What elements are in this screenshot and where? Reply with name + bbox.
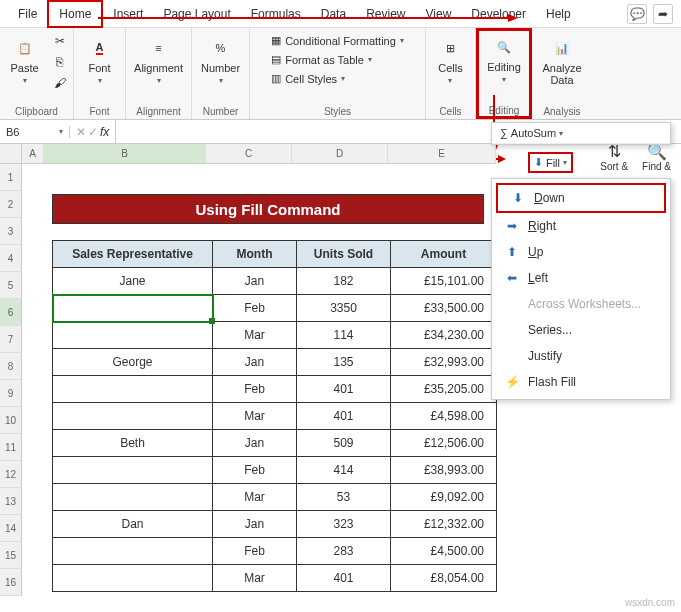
cell[interactable]: Jan: [213, 349, 297, 376]
col-header-C[interactable]: C: [206, 144, 292, 164]
fill-justify-item[interactable]: Justify: [492, 343, 670, 369]
cell[interactable]: £33,500.00: [391, 295, 497, 322]
row-header-1[interactable]: 1: [0, 164, 21, 191]
cell[interactable]: Mar: [213, 484, 297, 511]
cell[interactable]: £34,230.00: [391, 322, 497, 349]
cell[interactable]: 401: [297, 565, 391, 592]
cell[interactable]: £38,993.00: [391, 457, 497, 484]
cell[interactable]: George: [53, 349, 213, 376]
cell[interactable]: 3350: [297, 295, 391, 322]
table-header[interactable]: Amount: [391, 241, 497, 268]
cell[interactable]: £4,500.00: [391, 538, 497, 565]
cell[interactable]: £12,332.00: [391, 511, 497, 538]
cell[interactable]: Mar: [213, 322, 297, 349]
cell[interactable]: [53, 457, 213, 484]
format-as-table-button[interactable]: ▤Format as Table▾: [267, 51, 408, 68]
autosum-button[interactable]: ∑AutoSum▾: [500, 127, 563, 139]
cell[interactable]: Jan: [213, 511, 297, 538]
cell[interactable]: £15,101.00: [391, 268, 497, 295]
row-header-5[interactable]: 5: [0, 272, 21, 299]
name-box[interactable]: B6▾: [0, 126, 70, 138]
comments-icon[interactable]: 💬: [627, 4, 647, 24]
cell[interactable]: [53, 322, 213, 349]
cell[interactable]: 401: [297, 376, 391, 403]
cell[interactable]: Jan: [213, 268, 297, 295]
cell[interactable]: £12,506.00: [391, 430, 497, 457]
cell-styles-button[interactable]: ▥Cell Styles▾: [267, 70, 408, 87]
alignment-button[interactable]: ≡ Alignment ▾: [128, 32, 189, 89]
cell[interactable]: [53, 376, 213, 403]
table-header[interactable]: Units Sold: [297, 241, 391, 268]
number-button[interactable]: % Number ▾: [195, 32, 246, 89]
cell[interactable]: Beth: [53, 430, 213, 457]
col-header-D[interactable]: D: [292, 144, 388, 164]
cell[interactable]: 114: [297, 322, 391, 349]
row-header-7[interactable]: 7: [0, 326, 21, 353]
cell[interactable]: 283: [297, 538, 391, 565]
tab-page-layout[interactable]: Page Layout: [153, 2, 240, 26]
col-header-B[interactable]: B: [44, 144, 206, 164]
fill-up-item[interactable]: ⬆Up: [492, 239, 670, 265]
row-header-3[interactable]: 3: [0, 218, 21, 245]
conditional-formatting-button[interactable]: ▦Conditional Formatting▾: [267, 32, 408, 49]
row-header-13[interactable]: 13: [0, 488, 21, 515]
row-header-6[interactable]: 6: [0, 299, 21, 326]
row-header-12[interactable]: 12: [0, 461, 21, 488]
cancel-icon[interactable]: ✕: [76, 125, 86, 139]
cell[interactable]: Feb: [213, 457, 297, 484]
cell[interactable]: 509: [297, 430, 391, 457]
row-header-10[interactable]: 10: [0, 407, 21, 434]
cell[interactable]: Feb: [213, 538, 297, 565]
col-header-A[interactable]: A: [22, 144, 44, 164]
cell[interactable]: 53: [297, 484, 391, 511]
table-header[interactable]: Sales Representative: [53, 241, 213, 268]
analyze-data-button[interactable]: 📊 Analyze Data: [536, 32, 587, 90]
row-header-16[interactable]: 16: [0, 569, 21, 596]
cell[interactable]: 401: [297, 403, 391, 430]
row-header-14[interactable]: 14: [0, 515, 21, 542]
row-header-8[interactable]: 8: [0, 353, 21, 380]
paste-button[interactable]: 📋 Paste ▾: [4, 32, 44, 89]
tab-view[interactable]: View: [416, 2, 462, 26]
row-header-2[interactable]: 2: [0, 191, 21, 218]
cell[interactable]: £8,054.00: [391, 565, 497, 592]
col-header-E[interactable]: E: [388, 144, 496, 164]
share-icon[interactable]: ➦: [653, 4, 673, 24]
cells-button[interactable]: ⊞ Cells ▾: [432, 32, 468, 89]
tab-home[interactable]: Home: [47, 0, 103, 28]
fill-flash-item[interactable]: ⚡Flash Fill: [492, 369, 670, 395]
row-header-15[interactable]: 15: [0, 542, 21, 569]
cell[interactable]: £4,598.00: [391, 403, 497, 430]
tab-review[interactable]: Review: [356, 2, 415, 26]
cell[interactable]: Feb: [213, 295, 297, 322]
cell[interactable]: [53, 295, 213, 322]
tab-formulas[interactable]: Formulas: [241, 2, 311, 26]
tab-file[interactable]: File: [8, 2, 47, 26]
cell[interactable]: Dan: [53, 511, 213, 538]
cell[interactable]: [53, 484, 213, 511]
cell[interactable]: 414: [297, 457, 391, 484]
cell[interactable]: £32,993.00: [391, 349, 497, 376]
cell[interactable]: £9,092.00: [391, 484, 497, 511]
copy-icon[interactable]: ⎘: [51, 53, 69, 71]
select-all-corner[interactable]: [0, 144, 22, 164]
tab-help[interactable]: Help: [536, 2, 581, 26]
cell[interactable]: 135: [297, 349, 391, 376]
cell[interactable]: [53, 565, 213, 592]
cell[interactable]: Jane: [53, 268, 213, 295]
font-button[interactable]: A Font ▾: [82, 32, 118, 89]
cell[interactable]: [53, 538, 213, 565]
enter-icon[interactable]: ✓: [88, 125, 98, 139]
fill-left-item[interactable]: ⬅Left: [492, 265, 670, 291]
cell[interactable]: 182: [297, 268, 391, 295]
row-header-9[interactable]: 9: [0, 380, 21, 407]
fill-button[interactable]: ⬇Fill▾: [528, 152, 573, 173]
cell[interactable]: Mar: [213, 403, 297, 430]
fill-down-item[interactable]: ⬇DDownown: [496, 183, 666, 213]
format-painter-icon[interactable]: 🖌: [51, 74, 69, 92]
editing-button[interactable]: 🔍 Editing ▾: [481, 31, 527, 88]
cut-icon[interactable]: ✂: [51, 32, 69, 50]
fill-series-item[interactable]: Series...: [492, 317, 670, 343]
row-header-4[interactable]: 4: [0, 245, 21, 272]
fx-icon[interactable]: fx: [100, 125, 109, 139]
